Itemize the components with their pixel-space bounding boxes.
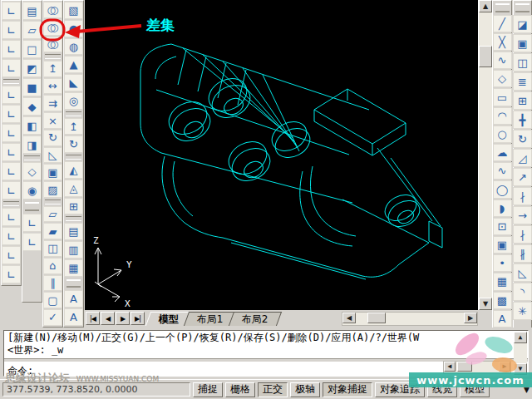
rectangle-icon[interactable]: ▭ bbox=[493, 88, 512, 106]
ucs-3point-icon[interactable]: ∟ bbox=[2, 181, 21, 200]
spline-icon[interactable]: ∿ bbox=[493, 162, 512, 180]
status-toggle-lwt[interactable]: 线宽 bbox=[427, 382, 457, 397]
ucs-apply-icon[interactable]: ∟ bbox=[2, 265, 21, 283]
copy-faces-icon[interactable]: ▣ bbox=[43, 164, 62, 180]
command-hscrollbar[interactable]: ◀ ▶ bbox=[443, 361, 511, 374]
text-style-icon[interactable]: A bbox=[64, 290, 83, 308]
separate-icon[interactable]: ∥ bbox=[43, 275, 62, 292]
union-icon[interactable]: ○○ bbox=[43, 2, 62, 18]
ucs-world-icon[interactable]: ∟ bbox=[2, 59, 21, 77]
arc-icon[interactable]: ◠ bbox=[493, 107, 512, 125]
polyline-icon[interactable]: ∿ bbox=[493, 52, 512, 69]
trim-icon[interactable]: ∤ bbox=[513, 187, 532, 205]
offset-faces-icon[interactable]: ⇉ bbox=[43, 95, 62, 111]
torus-icon[interactable]: ◎ bbox=[64, 92, 83, 110]
color-edges-icon[interactable]: ▰ bbox=[43, 223, 62, 239]
construction-line-icon[interactable]: ╳ bbox=[493, 33, 512, 51]
ucs-face-icon[interactable]: ∟ bbox=[2, 105, 21, 123]
ucs-previous-icon[interactable]: ∟ bbox=[2, 40, 21, 58]
shade-diamond-icon[interactable]: ◇ bbox=[22, 162, 42, 180]
ucs-icon[interactable]: ∟ bbox=[2, 2, 21, 20]
2d-wireframe-icon[interactable]: ▱ bbox=[22, 21, 42, 39]
status-toggle-grid[interactable]: 栅格 bbox=[225, 382, 255, 397]
line-icon[interactable]: ╱ bbox=[493, 15, 512, 32]
ucs-y-icon[interactable]: ∟ bbox=[2, 227, 21, 245]
status-toggle-snap[interactable]: 捕捉 bbox=[193, 382, 223, 397]
gouraud-shaded-icon[interactable]: ◆ bbox=[22, 97, 42, 116]
scale-icon[interactable]: ◿ bbox=[513, 149, 532, 167]
imprint-icon[interactable]: ◫ bbox=[43, 240, 62, 257]
gouraud-edges-icon[interactable]: ◨ bbox=[22, 135, 42, 154]
status-toggle-model[interactable]: 模型 bbox=[460, 382, 490, 397]
polygon-icon[interactable]: ◇ bbox=[493, 70, 512, 87]
taper-faces-icon[interactable]: ◺ bbox=[43, 147, 62, 164]
nav-prev-button[interactable]: ◀ bbox=[101, 312, 115, 325]
status-menu-arrow-icon[interactable]: ▼ bbox=[524, 386, 530, 394]
ellipse-arc-icon[interactable]: ◗ bbox=[493, 200, 512, 217]
offset-icon[interactable]: ≣ bbox=[513, 72, 532, 91]
move-ucs-origin-icon[interactable]: ∟ bbox=[22, 233, 42, 251]
copy-edges-icon[interactable]: ▱ bbox=[43, 206, 62, 223]
toolbar-grab-handle[interactable] bbox=[495, 3, 510, 12]
revcloud-icon[interactable]: ☁ bbox=[493, 144, 512, 161]
subtract-icon[interactable]: ○○ bbox=[43, 19, 62, 36]
region-icon[interactable]: ▩ bbox=[493, 292, 512, 309]
setup-profile-icon[interactable]: ▦ bbox=[64, 259, 83, 277]
box-icon[interactable]: ▧ bbox=[64, 2, 83, 19]
sphere-icon[interactable]: ● bbox=[64, 20, 83, 37]
mirror-icon[interactable]: ◫ bbox=[513, 53, 532, 71]
make-block-icon[interactable]: ▣ bbox=[493, 236, 512, 254]
array-icon[interactable]: ⊞ bbox=[513, 91, 532, 110]
setup-drawing-icon[interactable]: ▤ bbox=[64, 223, 83, 240]
canvas-vscrollbar[interactable]: ▲ ▼ bbox=[478, 0, 492, 310]
scroll-left-button[interactable]: ◀ bbox=[342, 313, 356, 323]
extrude-faces-icon[interactable]: ↥ bbox=[43, 61, 62, 77]
wedge-icon[interactable]: ◣ bbox=[64, 74, 83, 91]
erase-icon[interactable]: ◪ bbox=[513, 15, 532, 33]
insert-block-icon[interactable]: ⊡ bbox=[493, 218, 512, 235]
scroll-left-button[interactable]: ◀ bbox=[444, 362, 456, 372]
extend-icon[interactable]: → bbox=[513, 206, 532, 224]
status-toggle-osnap[interactable]: 对象捕捉 bbox=[323, 382, 372, 397]
hidden-icon[interactable]: ◩ bbox=[22, 59, 42, 77]
cylinder-icon[interactable]: ◍ bbox=[64, 38, 83, 56]
named-ucs-icon[interactable]: ∟ bbox=[22, 214, 42, 232]
delete-faces-icon[interactable]: × bbox=[43, 112, 62, 129]
preview-icon[interactable]: ▤ bbox=[22, 2, 42, 20]
break-at-point-icon[interactable]: ∤ bbox=[513, 225, 532, 244]
cone-icon[interactable]: ▲ bbox=[64, 56, 83, 73]
command-text-area[interactable]: [新建(N)/移动(M)/正交(G)/上一个(P)/恢复(R)/保存(S)/删除… bbox=[3, 330, 529, 377]
rotate-faces-icon[interactable]: ↻ bbox=[43, 130, 62, 146]
flat-shaded-icon[interactable]: ■ bbox=[22, 78, 42, 96]
scroll-up-button[interactable]: ▲ bbox=[479, 0, 492, 12]
clean-icon[interactable]: ⌂ bbox=[43, 258, 62, 274]
nav-next-button[interactable]: ▶ bbox=[116, 312, 130, 325]
point-icon[interactable]: • bbox=[493, 254, 512, 272]
scroll-down-button[interactable]: ▼ bbox=[514, 363, 527, 375]
ellipse-icon[interactable]: ◯ bbox=[493, 180, 512, 198]
hatch-icon[interactable]: ▦ bbox=[493, 273, 512, 290]
extrude-icon[interactable]: ↥ bbox=[64, 118, 83, 135]
ucs-object-icon[interactable]: ∟ bbox=[2, 86, 21, 104]
status-toggle-ortho[interactable]: 正交 bbox=[258, 382, 288, 397]
shell-icon[interactable]: ▢ bbox=[43, 292, 62, 308]
check-icon[interactable]: ✓ bbox=[43, 309, 62, 326]
rotate-icon[interactable]: ↻ bbox=[513, 130, 532, 148]
scroll-right-button[interactable]: ▶ bbox=[499, 362, 510, 372]
drawing-canvas[interactable]: Z Y X bbox=[85, 0, 478, 310]
stretch-icon[interactable]: ↗ bbox=[513, 168, 532, 186]
color-faces-icon[interactable]: ▨ bbox=[43, 181, 62, 198]
ucs-x-icon[interactable]: ∟ bbox=[2, 208, 21, 226]
scroll-right-button[interactable]: ▶ bbox=[464, 313, 477, 323]
toolbar-grab-handle[interactable] bbox=[515, 3, 530, 12]
chamfer-icon[interactable]: ◺ bbox=[513, 264, 532, 282]
scroll-down-button[interactable]: ▼ bbox=[479, 298, 492, 310]
copy-icon[interactable]: ▣ bbox=[513, 34, 532, 52]
circle-icon[interactable]: ○ bbox=[493, 126, 512, 143]
flat-edges-icon[interactable]: ◧ bbox=[22, 116, 42, 135]
nav-first-button[interactable]: |◀ bbox=[86, 312, 100, 325]
mtext-icon[interactable]: A bbox=[493, 310, 512, 328]
nav-last-button[interactable]: ▶| bbox=[131, 312, 145, 325]
break-icon[interactable]: ∦ bbox=[513, 244, 532, 263]
ucs-origin-icon[interactable]: ∟ bbox=[2, 143, 21, 161]
